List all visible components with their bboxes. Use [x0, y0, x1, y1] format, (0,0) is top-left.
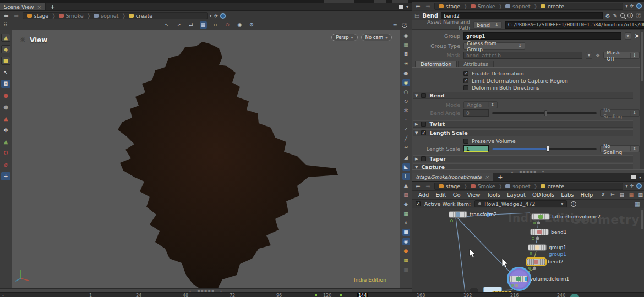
tool-icon[interactable]: ✻ — [1, 126, 10, 134]
group-pick-arrow-icon[interactable]: ➤ — [635, 32, 640, 40]
display-badge-icon[interactable] — [528, 267, 531, 270]
breadcrumb-item-create[interactable]: create — [538, 3, 567, 9]
collapse-icon[interactable]: ▼ — [415, 165, 418, 169]
tool-icon[interactable]: ⊢ — [609, 191, 616, 199]
display-flag[interactable] — [525, 277, 527, 281]
tool-icon[interactable]: ✓ — [402, 126, 410, 133]
display-badge-icon[interactable] — [511, 284, 514, 287]
timeline-handle-icon[interactable] — [570, 294, 579, 297]
node-bend1[interactable]: bend1 — [530, 229, 549, 235]
bend-angle-slider[interactable] — [492, 112, 597, 114]
asset-path-field[interactable]: C:/PROGRA~1/SIDEEF~1/HOUDIN~1.584/houdin… — [505, 21, 644, 29]
tool-icon[interactable]: Γ — [402, 173, 410, 180]
tool-icon[interactable]: ↗ — [176, 21, 183, 29]
tool-icon[interactable]: ʎ — [402, 219, 410, 227]
forward-icon[interactable]: ➡ — [424, 183, 432, 189]
menu-item-add[interactable]: Add — [415, 192, 432, 198]
tool-icon[interactable]: ✻ — [402, 107, 410, 114]
forward-icon[interactable]: ➡ — [12, 13, 20, 19]
breadcrumb-item-create[interactable]: create — [538, 183, 567, 189]
collapse-icon[interactable]: ▶ — [415, 122, 418, 127]
menu-item-edit[interactable]: Edit — [432, 192, 449, 198]
tool-icon[interactable]: ■ — [402, 266, 410, 273]
tool-icon[interactable]: ▦ — [402, 210, 410, 217]
tool-icon[interactable]: ◉ — [402, 238, 410, 245]
tool-icon[interactable]: ╱ — [402, 135, 410, 142]
path-dropdown-icon[interactable]: ▾ — [210, 13, 212, 18]
mask-off-dropdown[interactable]: Mask Off ↕ — [603, 52, 640, 59]
path-dropdown-icon[interactable]: ▾ — [625, 4, 627, 9]
brush-icon[interactable]: ✎ — [613, 13, 618, 19]
pin-icon[interactable]: ✈ — [630, 183, 634, 189]
tool-icon[interactable]: ▲ — [1, 138, 10, 146]
tool-icon[interactable]: ○ — [402, 89, 410, 96]
close-tab-icon[interactable]: × — [37, 4, 42, 10]
tool-icon[interactable]: · — [402, 117, 410, 124]
breadcrumb-item-stage[interactable]: stage — [24, 13, 51, 19]
collapse-icon[interactable]: ▶ — [415, 157, 418, 161]
node-bend2[interactable]: bend2 — [527, 258, 545, 265]
gear-icon[interactable]: ⚙ — [605, 13, 610, 19]
tool-icon[interactable]: ◣ — [402, 163, 410, 170]
tool-icon[interactable]: ↖ — [163, 21, 171, 29]
node-name-field[interactable] — [441, 12, 603, 19]
node-volumedeform1[interactable]: volumedeform1 — [509, 276, 528, 282]
tool-icon[interactable]: ◉ — [402, 32, 410, 40]
length-scale-scaling-dropdown[interactable]: No Scaling ↕ — [600, 145, 640, 152]
tool-icon[interactable]: ▤ — [618, 191, 625, 199]
tool-icon[interactable]: ◆ — [1, 45, 10, 53]
search-icon[interactable] — [620, 13, 625, 18]
list-icon[interactable]: ≡ — [393, 22, 397, 28]
tool-icon[interactable]: ■ — [402, 229, 410, 236]
tool-icon[interactable]: ▦ — [402, 257, 410, 264]
new-tab-button[interactable]: + — [493, 174, 507, 181]
group-dropdown-icon[interactable]: ▾ — [625, 32, 631, 40]
tool-icon[interactable]: ☀ — [402, 61, 410, 68]
param-scrollbar[interactable] — [640, 30, 644, 169]
tool-icon[interactable]: ◘ — [402, 51, 410, 58]
tool-icon[interactable]: ● — [1, 103, 10, 111]
tool-icon[interactable]: ● — [402, 70, 410, 77]
display-badge-icon[interactable] — [533, 222, 536, 224]
info-icon[interactable]: i — [627, 13, 633, 18]
close-tab-icon[interactable]: × — [485, 174, 489, 180]
tool-icon[interactable]: ⊖ — [224, 21, 231, 29]
lock-badge-icon[interactable] — [533, 267, 536, 270]
section-length-scale[interactable]: ▼ ✓ Length Scale — [413, 129, 633, 136]
deform-both-checkbox[interactable] — [463, 85, 468, 90]
pane-maximize-icon[interactable] — [399, 5, 403, 9]
persp-button[interactable]: Persp▾ — [331, 34, 357, 41]
tool-icon[interactable]: ▲ — [1, 34, 10, 42]
tool-icon[interactable]: ✗ — [599, 191, 607, 199]
pane-divider[interactable]: ▴ ▪▪▪▪▪ ▾ — [412, 169, 644, 173]
path-dropdown-icon[interactable]: ▾ — [625, 184, 627, 189]
section-twist[interactable]: ▶ Twist — [413, 120, 633, 128]
task-table-icon[interactable]: ▦ — [635, 200, 640, 207]
tool-icon[interactable]: ◘ — [1, 80, 10, 88]
display-badge-icon[interactable] — [532, 237, 534, 240]
tool-icon[interactable]: ▦ — [200, 21, 207, 29]
back-icon[interactable]: ⬅ — [414, 3, 422, 9]
radial-menu-icon[interactable] — [636, 183, 642, 189]
tool-icon[interactable]: ▥ — [637, 191, 644, 199]
mask-field[interactable]: bend_attrib — [463, 52, 582, 59]
taper-section-checkbox[interactable] — [421, 156, 426, 161]
breadcrumb-item-Smoke[interactable]: Smoke — [468, 3, 498, 9]
lock-badge-icon[interactable] — [537, 222, 540, 224]
tool-icon[interactable]: ▲ — [1, 114, 10, 123]
section-taper[interactable]: ▶ Taper — [413, 155, 633, 162]
asset-name-dropdown[interactable]: bend ↕ — [473, 21, 502, 29]
tool-icon[interactable]: ▫ — [212, 21, 219, 29]
tool-icon[interactable]: ↻ — [402, 98, 410, 105]
layers-icon[interactable]: ❖ — [596, 53, 600, 58]
viewport-scroll-strip[interactable]: ▴ ▪▪▪▪▪ ▴ — [0, 288, 412, 292]
breadcrumb-item-sopnet[interactable]: sopnet — [503, 183, 533, 189]
bend-angle-field[interactable]: 0 — [463, 109, 489, 117]
tool-icon[interactable]: Ω — [1, 149, 10, 157]
display-badge-icon[interactable] — [450, 219, 453, 222]
twist-section-checkbox[interactable] — [421, 122, 426, 127]
tool-icon[interactable]: ▦ — [402, 42, 410, 49]
tab-deformation[interactable]: Deformation — [415, 61, 457, 67]
menu-item-view[interactable]: View — [464, 192, 484, 198]
tool-icon[interactable]: ø — [1, 161, 10, 169]
